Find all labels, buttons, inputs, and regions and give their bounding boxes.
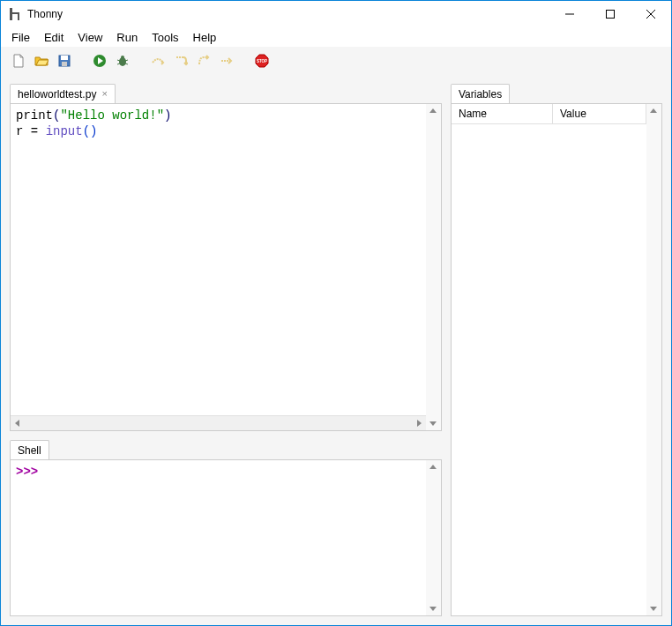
maximize-button[interactable]	[590, 1, 631, 27]
step-into-icon[interactable]	[172, 52, 190, 70]
debug-icon[interactable]	[114, 52, 131, 70]
editor-tab[interactable]: helloworldtest.py ×	[10, 84, 116, 103]
svg-rect-1	[12, 12, 19, 14]
svg-line-16	[125, 63, 128, 64]
client-area: helloworldtest.py × print("Hello world!"…	[1, 75, 671, 625]
menu-file[interactable]: File	[4, 29, 37, 46]
svg-line-15	[117, 63, 120, 64]
step-over-icon[interactable]	[149, 52, 167, 70]
variables-body: Name Value	[451, 103, 662, 616]
menu-edit[interactable]: Edit	[37, 29, 71, 46]
svg-rect-4	[607, 11, 615, 19]
shell-panel: Shell >>>	[10, 440, 442, 616]
close-button[interactable]	[631, 1, 671, 27]
shell-tab-label: Shell	[18, 444, 41, 457]
editor-panel: helloworldtest.py × print("Hello world!"…	[10, 84, 442, 431]
stop-icon[interactable]: STOP	[253, 52, 271, 70]
shell-body: >>>	[10, 459, 442, 616]
toolbar: STOP	[1, 47, 671, 75]
app-icon	[8, 7, 22, 21]
shell-vscroll[interactable]	[426, 460, 441, 615]
variables-vscroll[interactable]	[646, 104, 661, 615]
shell-tab[interactable]: Shell	[10, 440, 49, 459]
close-tab-icon[interactable]: ×	[101, 89, 107, 99]
menu-help[interactable]: Help	[186, 29, 224, 46]
new-file-icon[interactable]	[10, 52, 27, 70]
app-window: Thonny File Edit View Run Tools Help	[0, 0, 672, 626]
editor-tab-label: helloworldtest.py	[18, 88, 96, 101]
menu-view[interactable]: View	[71, 29, 109, 46]
variables-list	[452, 124, 646, 615]
shell-output[interactable]: >>>	[11, 460, 426, 615]
editor-hscroll[interactable]	[11, 415, 426, 430]
menu-run[interactable]: Run	[109, 29, 145, 46]
resume-icon[interactable]	[218, 52, 235, 70]
code-editor[interactable]: print("Hello world!") r = input()	[11, 104, 426, 415]
minimize-button[interactable]	[549, 1, 590, 27]
menubar: File Edit View Run Tools Help	[1, 27, 671, 47]
svg-rect-9	[62, 62, 67, 66]
window-title: Thonny	[27, 8, 549, 20]
svg-point-12	[121, 56, 124, 59]
svg-rect-0	[10, 8, 12, 20]
editor-vscroll[interactable]	[426, 104, 441, 430]
variables-panel: Variables Name Value	[451, 84, 662, 616]
variables-col-name[interactable]: Name	[452, 104, 553, 123]
titlebar: Thonny	[1, 1, 671, 27]
svg-text:STOP: STOP	[257, 59, 267, 63]
step-out-icon[interactable]	[195, 52, 213, 70]
svg-rect-2	[18, 14, 19, 20]
open-file-icon[interactable]	[33, 52, 50, 70]
variables-tab[interactable]: Variables	[451, 84, 510, 103]
variables-tab-label: Variables	[459, 88, 502, 101]
save-file-icon[interactable]	[56, 52, 73, 70]
svg-rect-8	[61, 56, 68, 60]
run-icon[interactable]	[91, 52, 108, 70]
variables-col-value[interactable]: Value	[553, 104, 646, 123]
editor-body: print("Hello world!") r = input()	[10, 103, 442, 431]
variables-header: Name Value	[452, 104, 646, 124]
menu-tools[interactable]: Tools	[145, 29, 185, 46]
